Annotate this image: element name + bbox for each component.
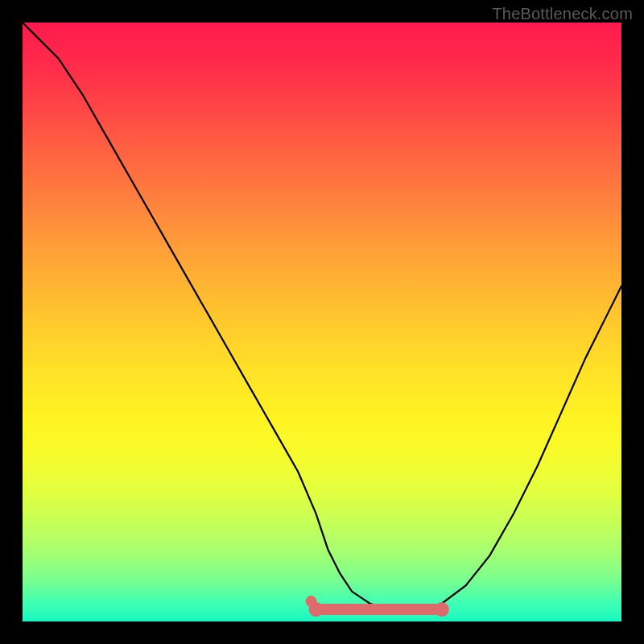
plot-area: [23, 23, 621, 621]
watermark-text: TheBottleneck.com: [492, 5, 633, 23]
chart-container: TheBottleneck.com: [0, 0, 644, 644]
heatmap-gradient: [23, 23, 621, 621]
